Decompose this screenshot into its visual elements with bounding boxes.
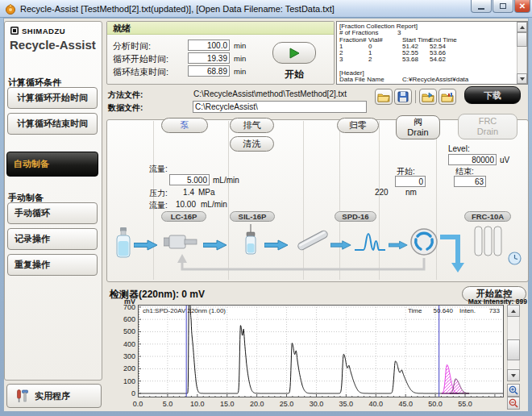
- frc-drain-button[interactable]: FRC Drain: [458, 114, 517, 139]
- shimadzu-logo-text: SHIMADZU: [22, 27, 65, 35]
- cycle-start-time-unit: min: [234, 54, 246, 63]
- flow-rate-input[interactable]: [169, 174, 210, 185]
- fraction-tubes-icon: [472, 225, 505, 259]
- zoom-in-button[interactable]: [507, 384, 520, 397]
- open-folder-icon: [377, 92, 390, 102]
- toolbar-separator: [415, 90, 416, 103]
- flow-arrow-icon: [203, 239, 227, 251]
- report-scroll-down-button[interactable]: [517, 73, 527, 84]
- app-icon: [5, 3, 16, 15]
- chart-scrollbar-thumb[interactable]: [507, 339, 520, 360]
- report-row: 1051.4252.54: [339, 44, 513, 50]
- record-operation-button[interactable]: 记录操作: [7, 228, 98, 250]
- status-state: 就绪: [107, 22, 334, 35]
- open-data-button[interactable]: [419, 89, 437, 105]
- close-button[interactable]: ✕: [514, 0, 530, 13]
- analysis-time-label: 分析时间:: [113, 40, 151, 52]
- arrow-down-icon: [511, 374, 516, 377]
- arrow-up-icon: [520, 26, 525, 29]
- collect-start-input[interactable]: [395, 176, 426, 187]
- level-unit: uV: [500, 156, 509, 164]
- device-badge-sil16p: SIL-16P: [230, 211, 275, 222]
- method-file-path: C:\RecycleAssist\method\TestMethod[2].tx…: [193, 89, 347, 98]
- flow-arrow-icon: [389, 239, 408, 251]
- window-title: Recycle-Assist [TestMethod[2].txt(update…: [20, 4, 335, 14]
- title-bar[interactable]: Recycle-Assist [TestMethod[2].txt(update…: [0, 0, 532, 18]
- manual-cycle-button[interactable]: 手动循环: [7, 202, 98, 224]
- calc-cycle-end-button[interactable]: 计算循环结束时间: [7, 113, 98, 135]
- flow-section-divider: [228, 121, 229, 280]
- flow-section-divider: [339, 121, 340, 280]
- solvent-bottle-icon: [114, 227, 132, 258]
- arrow-up-icon: [511, 310, 516, 313]
- save-floppy-icon: [397, 91, 409, 102]
- flow-rate-label: 流量:: [149, 164, 168, 175]
- shimadzu-logo-icon: [10, 27, 19, 35]
- flow-rate2-value: 10.00: [170, 200, 196, 209]
- cycle-start-time-input[interactable]: [188, 52, 230, 64]
- chart-scroll-down-button[interactable]: [507, 369, 520, 381]
- cycle-end-time-unit: min: [234, 67, 246, 76]
- arrow-down-icon: [520, 77, 525, 81]
- method-file-label: 方法文件:: [108, 89, 143, 101]
- analysis-time-input[interactable]: [188, 40, 230, 51]
- sidebar-app-title: Recycle-Assist: [10, 38, 96, 52]
- zoom-out-button[interactable]: [507, 397, 520, 410]
- detector-peak-icon: [353, 231, 387, 253]
- level-input[interactable]: [448, 154, 497, 165]
- chart-scroll-up-button[interactable]: [507, 305, 520, 317]
- open-report-button[interactable]: [438, 89, 456, 105]
- report-scrollbar-thumb[interactable]: [517, 32, 527, 47]
- minimize-button[interactable]: [471, 0, 492, 13]
- cycle-start-time-label: 循环开始时间:: [113, 53, 168, 65]
- maximize-button[interactable]: [493, 0, 513, 13]
- report-row: 3253.6854.62: [339, 56, 513, 63]
- auto-prep-button[interactable]: 自动制备: [6, 152, 98, 177]
- cycle-end-time-input[interactable]: [188, 65, 230, 77]
- flow-rate2-label: 流量:: [149, 200, 168, 211]
- open-method-button[interactable]: [375, 89, 393, 105]
- open-data-folder-icon: [422, 92, 434, 102]
- calc-cycle-start-button[interactable]: 计算循环开始时间: [7, 87, 98, 109]
- tools-icon: [15, 389, 28, 403]
- repeat-operation-button[interactable]: 重复操作: [7, 254, 98, 276]
- collect-end-input[interactable]: [454, 176, 486, 187]
- data-file-input[interactable]: [193, 101, 367, 113]
- flow-arrow-icon: [134, 239, 158, 251]
- pump-icon: [164, 234, 197, 250]
- maximize-icon: [500, 3, 506, 9]
- minimize-icon: [478, 8, 484, 10]
- flow-rate-unit: mL/min: [213, 176, 239, 185]
- cycle-end-time-label: 循环结束时间:: [113, 66, 168, 78]
- zoom-in-icon: [509, 385, 518, 395]
- pressure-value: 1.4: [173, 188, 194, 197]
- device-badge-lc16p: LC-16P: [161, 211, 206, 222]
- report-scroll-up-button[interactable]: [517, 22, 527, 32]
- autosampler-vial-icon: [242, 224, 260, 256]
- report-datafile-line: Data File NameC:¥RecycleAssist¥data: [339, 77, 513, 83]
- zero-button[interactable]: 归零: [337, 118, 379, 133]
- data-file-label: 数据文件:: [108, 102, 143, 114]
- recycle-valve-icon: [409, 227, 438, 256]
- report-column-header: Fraction#Vial#Start TimeEnd Time: [339, 37, 513, 44]
- device-badge-frc10a: FRC-10A: [464, 211, 511, 222]
- utility-button-label: 实用程序: [35, 390, 70, 402]
- save-method-button[interactable]: [394, 89, 412, 105]
- flow-arrow-icon: [330, 239, 351, 251]
- pressure-label: 压力:: [149, 188, 168, 199]
- column-icon: [295, 227, 330, 253]
- flow-arrow-icon: [264, 239, 289, 251]
- close-icon: ✕: [519, 1, 526, 12]
- chromatogram-plot[interactable]: [138, 305, 504, 397]
- start-run-button[interactable]: [272, 42, 316, 64]
- utility-button[interactable]: 实用程序: [6, 384, 102, 408]
- start-run-label: 开始: [272, 68, 316, 81]
- purge-button[interactable]: 排气: [230, 118, 274, 133]
- application-window: Recycle-Assist [TestMethod[2].txt(update…: [0, 0, 532, 416]
- detector-title: 检测器(220nm): 0 mV: [110, 288, 205, 302]
- rinse-button[interactable]: 清洗: [230, 136, 274, 152]
- zoom-out-icon: [509, 398, 518, 408]
- download-button[interactable]: 下载: [464, 86, 521, 104]
- pump-button[interactable]: 泵: [161, 118, 208, 133]
- valve-drain-button[interactable]: 阀 Drain: [396, 115, 440, 139]
